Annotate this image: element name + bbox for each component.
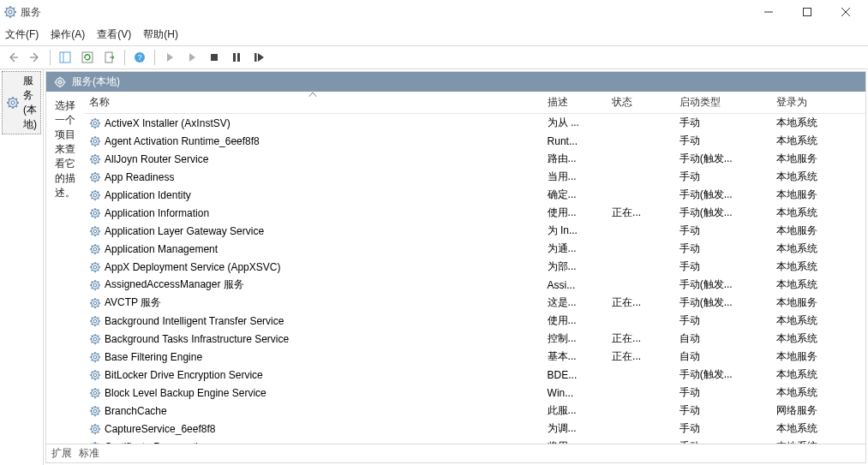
stop-service-button[interactable] [205, 48, 224, 67]
service-logon-as: 本地系统 [771, 168, 865, 186]
service-name: Application Management [105, 243, 218, 255]
service-status [607, 312, 674, 330]
close-button[interactable] [826, 0, 865, 24]
export-list-button[interactable] [100, 48, 119, 67]
gear-icon [89, 189, 101, 201]
column-header-logon-as[interactable]: 登录为 [771, 92, 865, 114]
column-header-startup-type[interactable]: 启动类型 [674, 92, 771, 114]
service-status [607, 276, 674, 294]
service-row[interactable]: BranchCache此服...手动网络服务 [84, 402, 865, 420]
service-logon-as: 本地系统 [771, 420, 865, 438]
service-row[interactable]: Application Information使用...正在...手动(触发..… [84, 204, 865, 222]
nav-item-label: 服务(本地) [23, 74, 37, 132]
service-logon-as: 本地系统 [771, 132, 865, 150]
menu-file[interactable]: 文件(F) [5, 27, 39, 42]
service-row[interactable]: Application Layer Gateway Service为 In...… [84, 222, 865, 240]
service-status: 正在... [607, 204, 674, 222]
main-panel: 服务(本地) 选择一个项目来查看它的描述。 名称 [45, 71, 866, 463]
service-row[interactable]: Background Intelligent Transfer Service使… [84, 312, 865, 330]
service-row[interactable]: AVCTP 服务这是...正在...手动(触发...本地服务 [84, 294, 865, 312]
service-row[interactable]: ActiveX Installer (AxInstSV)为从 ...手动本地系统 [84, 114, 865, 133]
service-startup-type: 手动(触发... [674, 294, 771, 312]
forward-button[interactable] [26, 48, 45, 67]
start-service-button[interactable] [160, 48, 179, 67]
service-status [607, 420, 674, 438]
menu-action[interactable]: 操作(A) [51, 27, 85, 42]
gear-icon [6, 96, 20, 110]
service-name: CaptureService_6eef8f8 [105, 423, 215, 435]
column-header-name[interactable]: 名称 [84, 92, 542, 114]
service-logon-as: 本地系统 [771, 330, 865, 348]
tab-strip: 扩展 标准 [46, 444, 865, 462]
panel-header: 服务(本地) [46, 72, 865, 92]
service-status [607, 186, 674, 204]
svg-rect-27 [254, 53, 257, 62]
gear-icon [89, 117, 101, 129]
gear-icon [89, 315, 101, 327]
column-header-status[interactable]: 状态 [607, 92, 674, 114]
service-startup-type: 自动 [674, 330, 771, 348]
menu-help[interactable]: 帮助(H) [143, 27, 178, 42]
start-service-button-alt[interactable] [183, 48, 201, 67]
gear-icon [89, 297, 101, 309]
service-row[interactable]: Application Identity确定...手动(触发...本地服务 [84, 186, 865, 204]
service-row[interactable]: BitLocker Drive Encryption ServiceBDE...… [84, 366, 865, 384]
service-name: ActiveX Installer (AxInstSV) [105, 117, 230, 129]
service-row[interactable]: CaptureService_6eef8f8为调...手动本地系统 [84, 420, 865, 438]
service-row[interactable]: AssignedAccessManager 服务Assi...手动(触发...本… [84, 276, 865, 294]
service-description: 此服... [542, 402, 607, 420]
service-row[interactable]: Certificate Propagation将用...手动本地系统 [84, 438, 865, 444]
service-row[interactable]: Agent Activation Runtime_6eef8f8Runt...手… [84, 132, 865, 150]
show-hide-tree-button[interactable] [56, 48, 75, 67]
service-status: 正在... [607, 348, 674, 366]
svg-rect-16 [60, 52, 70, 63]
service-logon-as: 本地系统 [771, 366, 865, 384]
services-icon [3, 5, 17, 19]
gear-icon [89, 207, 101, 219]
services-list[interactable]: 名称 描述 状态 启动类型 登录为 ActiveX Installer (AxI… [84, 92, 865, 444]
maximize-button[interactable] [787, 0, 826, 24]
menu-view[interactable]: 查看(V) [97, 27, 131, 42]
service-description: 为调... [542, 420, 607, 438]
sort-ascending-icon [309, 92, 317, 97]
svg-text:?: ? [137, 53, 141, 62]
service-startup-type: 手动(触发... [674, 366, 771, 384]
service-name: AssignedAccessManager 服务 [105, 277, 244, 292]
service-logon-as: 本地服务 [771, 150, 865, 168]
service-status [607, 114, 674, 133]
service-startup-type: 手动 [674, 312, 771, 330]
service-status: 正在... [607, 330, 674, 348]
refresh-button[interactable] [78, 48, 97, 67]
tab-standard[interactable]: 标准 [79, 446, 99, 461]
window-title: 服务 [21, 5, 41, 20]
service-row[interactable]: Base Filtering Engine基本...正在...自动本地服务 [84, 348, 865, 366]
service-row[interactable]: Application Management为通...手动本地系统 [84, 240, 865, 258]
svg-rect-18 [82, 52, 93, 63]
service-name: BitLocker Drive Encryption Service [105, 369, 263, 381]
help-button[interactable]: ? [130, 48, 149, 67]
tab-extended[interactable]: 扩展 [51, 446, 72, 461]
restart-service-button[interactable] [249, 48, 268, 67]
service-description: 当用... [542, 168, 607, 186]
minimize-button[interactable] [749, 0, 787, 24]
service-startup-type: 自动 [674, 348, 771, 366]
service-description: 控制... [542, 330, 607, 348]
back-button[interactable] [3, 48, 22, 67]
service-logon-as: 本地系统 [771, 204, 865, 222]
nav-item-services-local[interactable]: 服务(本地) [2, 71, 41, 134]
service-row[interactable]: AllJoyn Router Service路由...手动(触发...本地服务 [84, 150, 865, 168]
service-description: 为通... [542, 240, 607, 258]
service-name: BranchCache [105, 405, 167, 417]
service-row[interactable]: App Readiness当用...手动本地系统 [84, 168, 865, 186]
service-row[interactable]: AppX Deployment Service (AppXSVC)为部...手动… [84, 258, 865, 276]
toolbar: ? [0, 46, 868, 69]
service-description: 路由... [542, 150, 607, 168]
column-header-description[interactable]: 描述 [542, 92, 607, 114]
pause-service-button[interactable] [227, 48, 246, 67]
service-row[interactable]: Block Level Backup Engine ServiceWin...手… [84, 384, 865, 402]
title-bar: 服务 [0, 0, 868, 24]
service-logon-as: 本地服务 [771, 186, 865, 204]
service-row[interactable]: Background Tasks Infrastructure Service控… [84, 330, 865, 348]
service-status: 正在... [607, 294, 674, 312]
service-startup-type: 手动 [674, 420, 771, 438]
